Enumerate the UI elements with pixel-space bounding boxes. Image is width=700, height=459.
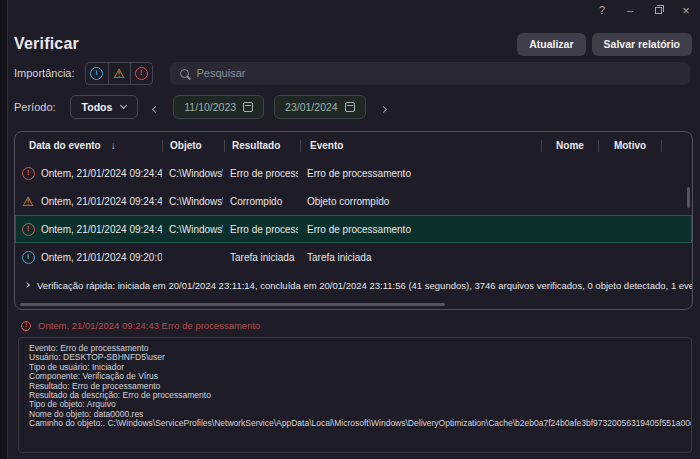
error-icon: ! bbox=[22, 223, 35, 236]
minimize-button[interactable]: – bbox=[616, 1, 644, 19]
event-result: Erro de processa bbox=[223, 168, 298, 179]
column-header-evento[interactable]: Evento bbox=[301, 140, 541, 151]
detail-panel: Evento: Erro de processamentoUsuário: DE… bbox=[18, 337, 692, 453]
period-next-button[interactable] bbox=[376, 96, 391, 119]
table-header: Data do evento Objeto Resultado Evento N… bbox=[15, 132, 692, 159]
detail-line: Usuário: DESKTOP-SBHNFD5\user bbox=[29, 353, 691, 362]
period-dropdown[interactable]: Todos bbox=[70, 95, 139, 119]
search-input[interactable] bbox=[197, 67, 680, 79]
table-row[interactable]: iOntem, 21/01/2024 09:20:0Tarefa iniciad… bbox=[15, 243, 692, 271]
critical-icon: ! bbox=[135, 67, 148, 80]
detail-line: Tipo de usuário: Iniciador bbox=[29, 363, 691, 372]
date-to-field[interactable]: 23/01/2024 bbox=[274, 95, 366, 119]
warning-icon: ⚠ bbox=[113, 67, 125, 80]
detail-line: Caminho do objeto:. C:\Windows\ServicePr… bbox=[29, 419, 691, 428]
table-row[interactable]: !Ontem, 21/01/2024 09:24:4C:\Windows\Err… bbox=[15, 159, 692, 187]
detail-header: ! Ontem, 21/01/2024 09:24:43 Erro de pro… bbox=[21, 320, 260, 331]
detail-header-text: Ontem, 21/01/2024 09:24:43 Erro de proce… bbox=[38, 320, 260, 331]
event-date: Ontem, 21/01/2024 09:24:4 bbox=[41, 196, 162, 207]
event-description: Tarefa iniciada bbox=[298, 252, 574, 263]
detail-line: Tipo de objeto: Arquivo bbox=[29, 400, 691, 409]
info-icon: i bbox=[22, 251, 35, 264]
detail-line: Evento: Erro de processamento bbox=[29, 344, 691, 353]
event-date: Ontem, 21/01/2024 09:20:0 bbox=[41, 252, 162, 263]
restore-button[interactable] bbox=[644, 1, 672, 19]
severity-cell: i bbox=[15, 251, 41, 264]
date-from-value: 11/10/2023 bbox=[184, 101, 236, 113]
importance-filter-group: i ⚠ ! bbox=[85, 62, 153, 85]
chevron-right-icon bbox=[24, 282, 30, 288]
severity-cell: ⚠ bbox=[15, 195, 41, 208]
date-from-field[interactable]: 11/10/2023 bbox=[173, 95, 264, 119]
event-result: Erro de processa bbox=[223, 224, 298, 235]
date-to-value: 23/01/2024 bbox=[285, 101, 338, 113]
restore-icon bbox=[655, 7, 662, 14]
close-button[interactable]: × bbox=[672, 1, 700, 19]
chevron-down-icon bbox=[120, 102, 127, 109]
event-description: Erro de processamento bbox=[298, 168, 574, 179]
page-title: Verificar bbox=[14, 35, 79, 53]
event-description: Erro de processamento bbox=[298, 224, 574, 235]
severity-cell: ! bbox=[15, 223, 41, 236]
error-icon: ! bbox=[22, 167, 35, 180]
event-result: Corrompido bbox=[223, 196, 298, 207]
detail-line: Componente: Verificação de Vírus bbox=[29, 372, 691, 381]
detail-line: Resultado: Erro de processamento bbox=[29, 382, 691, 391]
column-header-date[interactable]: Data do evento bbox=[15, 140, 162, 151]
period-value: Todos bbox=[82, 101, 113, 113]
column-label: Data do evento bbox=[29, 140, 101, 151]
titlebar: ? – × bbox=[8, 0, 700, 20]
detail-lines: Evento: Erro de processamentoUsuário: DE… bbox=[29, 344, 691, 429]
scan-summary-text: Verificação rápida: iniciada em 20/01/20… bbox=[37, 280, 692, 291]
event-object: C:\Windows\ bbox=[162, 224, 223, 235]
importance-filter-row: Importância: i ⚠ ! bbox=[14, 61, 690, 85]
sort-desc-icon bbox=[111, 140, 116, 151]
search-box[interactable] bbox=[170, 62, 690, 85]
importance-critical-button[interactable]: ! bbox=[130, 63, 152, 84]
event-object: C:\Windows\ bbox=[162, 196, 223, 207]
column-header-nome[interactable]: Nome bbox=[542, 140, 598, 151]
period-filter-row: Período: Todos 11/10/2023 23/01/2024 bbox=[14, 94, 391, 120]
warning-icon: ⚠ bbox=[22, 195, 34, 208]
info-icon: i bbox=[90, 67, 103, 80]
column-header-objeto[interactable]: Objeto bbox=[163, 140, 224, 151]
importance-warning-button[interactable]: ⚠ bbox=[108, 63, 130, 84]
calendar-icon bbox=[345, 102, 355, 112]
detail-line: Nome do objeto: data0000.res bbox=[29, 410, 691, 419]
horizontal-scrollbar[interactable] bbox=[20, 303, 445, 306]
importance-info-button[interactable]: i bbox=[86, 63, 108, 84]
vertical-scrollbar[interactable] bbox=[687, 187, 690, 208]
help-button[interactable]: ? bbox=[588, 1, 616, 19]
column-header-resultado[interactable]: Resultado bbox=[225, 140, 300, 151]
period-label: Período: bbox=[14, 101, 56, 113]
importance-label: Importância: bbox=[14, 67, 75, 79]
calendar-icon bbox=[243, 102, 253, 112]
column-separator bbox=[661, 140, 662, 152]
save-report-button[interactable]: Salvar relatório bbox=[592, 33, 692, 56]
events-table: Data do evento Objeto Resultado Evento N… bbox=[14, 131, 693, 310]
table-row[interactable]: !Ontem, 21/01/2024 09:24:4C:\Windows\Err… bbox=[15, 215, 692, 243]
scan-summary-row[interactable]: Verificação rápida: iniciada em 20/01/20… bbox=[15, 271, 692, 299]
chevron-right-icon bbox=[380, 105, 387, 112]
app-window: ? – × Verificar Atualizar Salvar relatór… bbox=[0, 0, 700, 459]
search-icon bbox=[180, 69, 189, 78]
table-body: !Ontem, 21/01/2024 09:24:4C:\Windows\Err… bbox=[15, 159, 692, 271]
critical-icon: ! bbox=[21, 321, 31, 331]
event-object: C:\Windows\ bbox=[162, 168, 223, 179]
refresh-button[interactable]: Atualizar bbox=[517, 33, 585, 56]
column-header-motivo[interactable]: Motivo bbox=[599, 140, 661, 151]
event-date: Ontem, 21/01/2024 09:24:4 bbox=[41, 168, 162, 179]
event-description: Objeto corrompido bbox=[298, 196, 574, 207]
event-result: Tarefa iniciada bbox=[223, 252, 298, 263]
header-actions: Atualizar Salvar relatório bbox=[517, 33, 692, 56]
event-date: Ontem, 21/01/2024 09:24:4 bbox=[41, 224, 162, 235]
chevron-left-icon bbox=[152, 105, 159, 112]
detail-line: Resultado da descrição: Erro de processa… bbox=[29, 391, 691, 400]
severity-cell: ! bbox=[15, 167, 41, 180]
window-edge bbox=[0, 0, 8, 459]
page-header: Verificar Atualizar Salvar relatório bbox=[14, 32, 692, 56]
table-row[interactable]: ⚠Ontem, 21/01/2024 09:24:4C:\Windows\Cor… bbox=[15, 187, 692, 215]
period-prev-button[interactable] bbox=[148, 96, 163, 119]
